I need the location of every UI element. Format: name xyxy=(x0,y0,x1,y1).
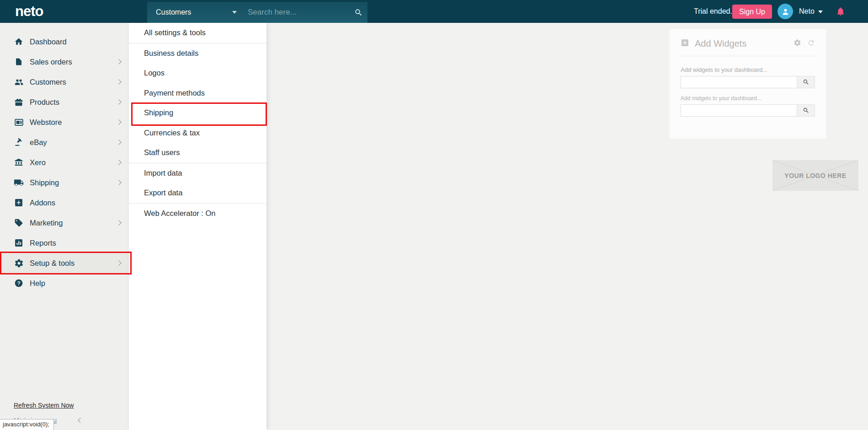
chevron-right-icon xyxy=(116,220,121,225)
widget-search-button-1[interactable] xyxy=(797,76,815,88)
sign-up-button[interactable]: Sign Up xyxy=(732,5,772,19)
chevron-right-icon xyxy=(116,140,121,145)
add-widgets-panel: Add Widgets Add widgets to your dashboar… xyxy=(670,29,826,139)
flyout-item-payment-methods[interactable]: Payment methods xyxy=(129,83,266,103)
trial-status-text: Trial ended. xyxy=(694,0,732,23)
chevron-right-icon xyxy=(116,180,121,185)
sidebar-item-xero[interactable]: Xero xyxy=(0,152,129,172)
sidebar-item-label: Sales orders xyxy=(30,58,72,66)
widget-search-label: Add widgets to your dashboard... xyxy=(681,66,815,73)
logo-placeholder: YOUR LOGO HERE xyxy=(772,160,858,191)
sidebar-item-customers[interactable]: Customers xyxy=(0,72,129,92)
browser-icon xyxy=(14,117,24,127)
chevron-right-icon xyxy=(116,119,121,124)
chevron-right-icon xyxy=(116,79,121,84)
flyout-item-logos[interactable]: Logos xyxy=(129,63,266,83)
gift-icon xyxy=(14,97,24,107)
chevron-right-icon xyxy=(116,260,121,265)
flyout-item-shipping[interactable]: Shipping xyxy=(129,103,266,123)
flyout-item-web-accelerator[interactable]: Web Accelerator : On xyxy=(129,204,266,224)
sidebar-item-setup-tools[interactable]: Setup & tools xyxy=(0,253,129,273)
sidebar-item-label: Dashboard xyxy=(30,38,67,46)
refresh-system-link[interactable]: Refresh System Now xyxy=(14,402,74,409)
widget-search-label: Add midgets to your dashboard... xyxy=(681,95,815,102)
panel-title: Add Widgets xyxy=(695,38,793,49)
sidebar-item-addons[interactable]: Addons xyxy=(0,193,129,213)
plus-square-icon xyxy=(681,38,689,49)
sidebar-item-ebay[interactable]: eBay xyxy=(0,132,129,152)
panel-divider xyxy=(681,56,815,56)
gear-icon[interactable] xyxy=(793,39,801,48)
flyout-item-business-details[interactable]: Business details xyxy=(129,43,266,64)
sidebar-item-shipping[interactable]: Shipping xyxy=(0,172,129,193)
topbar: neto Customers Trial ended. Sign Up Neto xyxy=(0,0,868,23)
search-scope-value: Customers xyxy=(156,8,191,16)
home-icon xyxy=(14,37,24,47)
account-dropdown[interactable]: Neto xyxy=(799,0,823,23)
flyout-item-import-data[interactable]: Import data xyxy=(129,163,266,183)
flyout-item-currencies-tax[interactable]: Currencies & tax xyxy=(129,123,266,143)
flyout-item-all-settings-tools[interactable]: All settings & tools xyxy=(129,23,266,43)
browser-status-bar: javascript:void(0); xyxy=(0,419,54,430)
widget-search-input-2[interactable] xyxy=(681,104,797,117)
sidebar-item-help[interactable]: ? Help xyxy=(0,273,129,293)
global-search-input[interactable] xyxy=(248,8,349,17)
sidebar-item-sales-orders[interactable]: Sales orders xyxy=(0,52,129,72)
sidebar-item-label: Marketing xyxy=(30,219,63,227)
refresh-icon[interactable] xyxy=(807,39,815,48)
chevron-down-icon xyxy=(818,11,823,13)
chevron-down-icon xyxy=(232,11,237,14)
document-icon xyxy=(14,57,24,67)
sidebar: Dashboard Sales orders Customers Product… xyxy=(0,23,129,430)
search-scope-dropdown[interactable]: Customers xyxy=(147,8,248,16)
truck-icon xyxy=(14,177,24,188)
sidebar-item-label: Setup & tools xyxy=(30,259,75,268)
chevron-right-icon xyxy=(116,160,121,165)
flyout-item-export-data[interactable]: Export data xyxy=(129,183,266,203)
sidebar-item-products[interactable]: Products xyxy=(0,92,129,112)
sidebar-item-label: Xero xyxy=(30,158,46,167)
help-icon: ? xyxy=(14,278,24,288)
tag-icon xyxy=(14,218,24,228)
svg-text:?: ? xyxy=(17,280,20,286)
sidebar-item-reports[interactable]: Reports xyxy=(0,233,129,253)
sidebar-item-label: Addons xyxy=(30,199,55,207)
people-icon xyxy=(14,77,24,87)
bank-icon xyxy=(14,157,24,167)
gavel-icon xyxy=(14,137,24,147)
plus-square-icon xyxy=(14,198,24,208)
sidebar-item-webstore[interactable]: Webstore xyxy=(0,112,129,132)
setup-tools-flyout-menu: All settings & tools Business details Lo… xyxy=(129,23,266,430)
global-search-bar: Customers xyxy=(147,2,367,23)
widget-search-input-1[interactable] xyxy=(681,76,797,88)
bar-chart-icon xyxy=(14,238,24,248)
search-icon[interactable] xyxy=(349,8,367,17)
account-name: Neto xyxy=(799,0,815,23)
notification-bell-icon[interactable] xyxy=(836,6,846,18)
sidebar-item-label: Shipping xyxy=(30,178,59,187)
neto-logo: neto xyxy=(15,0,43,23)
flyout-item-staff-users[interactable]: Staff users xyxy=(129,143,266,163)
widget-search-button-2[interactable] xyxy=(797,104,815,117)
sidebar-item-label: Customers xyxy=(30,78,66,86)
sidebar-item-label: Products xyxy=(30,98,59,107)
sidebar-item-label: Help xyxy=(30,279,45,288)
chevron-right-icon xyxy=(116,99,121,104)
chevron-right-icon xyxy=(116,59,121,64)
sidebar-item-marketing[interactable]: Marketing xyxy=(0,213,129,233)
chevron-left-icon xyxy=(78,418,83,423)
avatar[interactable] xyxy=(777,4,793,19)
sidebar-item-label: eBay xyxy=(30,138,47,147)
sidebar-item-label: Webstore xyxy=(30,118,62,127)
logo-placeholder-text: YOUR LOGO HERE xyxy=(772,160,858,191)
sidebar-item-dashboard[interactable]: Dashboard xyxy=(0,32,129,52)
sidebar-item-label: Reports xyxy=(30,239,56,247)
gear-icon xyxy=(14,258,24,268)
